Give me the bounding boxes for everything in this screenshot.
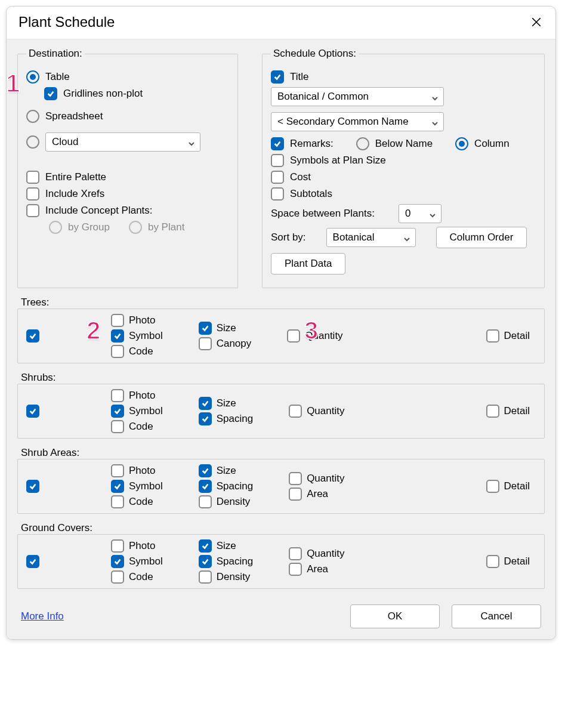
trees-photo-checkbox[interactable]	[111, 314, 124, 327]
cost-checkbox[interactable]	[271, 171, 284, 184]
space-between-value: 0	[405, 208, 410, 220]
concept-by-plant-radio	[129, 221, 142, 234]
remarks-column-label: Column	[474, 138, 509, 150]
include-concept-checkbox[interactable]	[26, 204, 39, 217]
shrub-areas-spacing-checkbox[interactable]	[199, 480, 212, 493]
trees-group: 2 3 Photo Symbol Code Size Canopy Quanti…	[17, 309, 545, 363]
column-order-button[interactable]: Column Order	[436, 227, 527, 248]
trees-enable-checkbox[interactable]	[26, 329, 39, 343]
shrub-areas-group: Photo Symbol Code Size Spacing Density Q…	[17, 459, 545, 514]
title-checkbox[interactable]	[271, 70, 284, 84]
shrub-areas-quantity-checkbox[interactable]	[289, 472, 302, 485]
shrub-areas-density-checkbox[interactable]	[199, 495, 212, 508]
remarks-label: Remarks:	[290, 138, 334, 150]
cost-label: Cost	[290, 171, 311, 183]
ok-button[interactable]: OK	[350, 604, 440, 628]
cloud-select-value: Cloud	[52, 136, 78, 148]
sort-by-value: Botanical	[333, 232, 375, 243]
shrub-areas-photo-checkbox[interactable]	[111, 464, 124, 477]
shrubs-enable-checkbox[interactable]	[26, 405, 39, 418]
shrub-areas-size-checkbox[interactable]	[199, 464, 212, 477]
remarks-below-name-radio[interactable]	[356, 137, 369, 150]
concept-by-group-label: by Group	[68, 221, 110, 233]
entire-palette-checkbox[interactable]	[26, 171, 39, 184]
shrubs-size-checkbox[interactable]	[199, 397, 212, 410]
more-info-link[interactable]: More Info	[21, 610, 64, 622]
shrub-areas-symbol-checkbox[interactable]	[111, 480, 124, 493]
plant-schedule-dialog: Plant Schedule Destination: 1 Table Grid…	[6, 6, 556, 640]
trees-canopy-checkbox[interactable]	[199, 337, 212, 350]
shrub-areas-code-checkbox[interactable]	[111, 495, 124, 508]
dialog-title: Plant Schedule	[18, 14, 115, 30]
secondary-name-value: < Secondary Common Name	[277, 116, 409, 128]
shrub-areas-enable-checkbox[interactable]	[26, 480, 39, 493]
ground-covers-photo-checkbox[interactable]	[111, 539, 124, 553]
shrubs-group: Photo Symbol Code Size Spacing Quantity …	[17, 384, 545, 439]
shrubs-quantity-checkbox[interactable]	[289, 405, 302, 418]
secondary-name-select[interactable]: < Secondary Common Name	[271, 112, 444, 131]
chevron-down-icon	[403, 234, 410, 241]
shrub-areas-title: Shrub Areas:	[21, 447, 545, 459]
space-between-label: Space between Plants:	[271, 208, 375, 220]
sort-by-select[interactable]: Botanical	[326, 228, 416, 247]
ground-covers-code-checkbox[interactable]	[111, 570, 124, 584]
shrubs-photo-checkbox[interactable]	[111, 389, 124, 402]
ground-covers-quantity-checkbox[interactable]	[289, 547, 302, 560]
trees-quantity-checkbox[interactable]	[287, 329, 300, 343]
titlebar: Plant Schedule	[7, 7, 555, 39]
title-checkbox-label: Title	[290, 71, 309, 83]
trees-detail-checkbox[interactable]	[486, 329, 499, 343]
ground-covers-detail-checkbox[interactable]	[486, 555, 499, 568]
schedule-options-legend: Schedule Options:	[271, 48, 359, 60]
close-button[interactable]	[528, 14, 545, 30]
cancel-button[interactable]: Cancel	[452, 604, 541, 628]
name-style-value: Botanical / Common	[277, 91, 369, 103]
shrubs-code-checkbox[interactable]	[111, 420, 124, 433]
shrub-areas-area-checkbox[interactable]	[289, 488, 302, 501]
content-area: Destination: 1 Table Gridlines non-plot …	[7, 39, 555, 639]
ground-covers-density-checkbox[interactable]	[199, 570, 212, 584]
ground-covers-group: Photo Symbol Code Size Spacing Density Q…	[17, 534, 545, 589]
ground-covers-spacing-checkbox[interactable]	[199, 555, 212, 568]
plant-data-button[interactable]: Plant Data	[271, 253, 345, 274]
ground-covers-size-checkbox[interactable]	[199, 539, 212, 553]
destination-table-radio[interactable]	[26, 70, 39, 84]
shrub-areas-detail-checkbox[interactable]	[486, 480, 499, 493]
include-concept-label: Include Concept Plants:	[45, 205, 153, 217]
shrubs-spacing-checkbox[interactable]	[199, 412, 212, 425]
include-xrefs-checkbox[interactable]	[26, 187, 39, 200]
destination-legend: Destination:	[26, 48, 85, 60]
trees-code-checkbox[interactable]	[111, 345, 124, 358]
chevron-down-icon	[431, 93, 439, 100]
destination-table-label: Table	[45, 71, 70, 83]
symbols-plan-checkbox[interactable]	[271, 154, 284, 167]
trees-symbol-checkbox[interactable]	[111, 329, 124, 343]
include-xrefs-label: Include Xrefs	[45, 188, 104, 200]
trees-size-checkbox[interactable]	[199, 322, 212, 335]
ground-covers-area-checkbox[interactable]	[289, 563, 302, 576]
entire-palette-label: Entire Palette	[45, 171, 106, 183]
name-style-select[interactable]: Botanical / Common	[271, 87, 444, 106]
destination-spreadsheet-radio[interactable]	[26, 110, 39, 123]
ground-covers-symbol-checkbox[interactable]	[111, 555, 124, 568]
chevron-down-icon	[431, 118, 439, 125]
sort-by-label: Sort by:	[271, 232, 306, 243]
gridlines-checkbox[interactable]	[44, 87, 57, 100]
subtotals-checkbox[interactable]	[271, 187, 284, 200]
space-between-select[interactable]: 0	[399, 204, 441, 223]
shrubs-symbol-checkbox[interactable]	[111, 405, 124, 418]
ground-covers-title: Ground Covers:	[21, 522, 545, 534]
concept-by-plant-label: by Plant	[148, 221, 184, 233]
cloud-select[interactable]: Cloud	[45, 132, 200, 152]
remarks-checkbox[interactable]	[271, 137, 284, 150]
chevron-down-icon	[188, 138, 195, 146]
destination-spreadsheet-label: Spreadsheet	[45, 110, 103, 122]
annotation-2: 2	[87, 316, 100, 345]
trees-title: Trees:	[21, 297, 545, 309]
ground-covers-enable-checkbox[interactable]	[26, 555, 39, 568]
symbols-plan-label: Symbols at Plan Size	[290, 155, 386, 166]
remarks-column-radio[interactable]	[455, 137, 468, 150]
shrubs-detail-checkbox[interactable]	[486, 405, 499, 418]
destination-cloud-radio[interactable]	[26, 135, 39, 149]
close-icon	[531, 17, 542, 27]
